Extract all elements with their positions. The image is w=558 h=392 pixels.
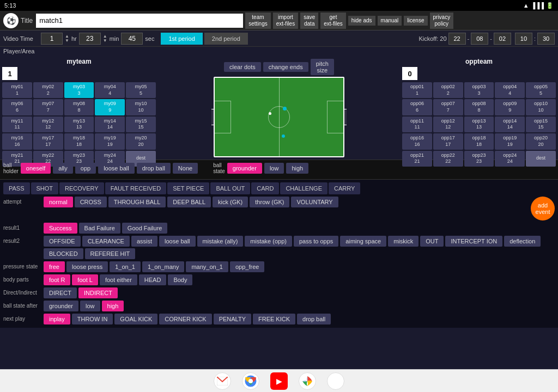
tab-set-piece[interactable]: SET PIECE [167,182,209,194]
ally-button[interactable]: ally [53,163,73,174]
clear-dots-button[interactable]: clear dots [224,62,261,72]
head-button[interactable]: HEAD [139,274,167,285]
player-opp15[interactable]: opp1515 [526,117,556,132]
indirect-button[interactable]: INDIRECT [78,287,118,298]
mistake-opp-button[interactable]: mistake (opp) [245,236,292,247]
drop-ball-next-button[interactable]: drop ball [297,314,331,324]
success-button[interactable]: Success [44,223,77,234]
normal-button[interactable]: normal [44,197,73,207]
min-arrows[interactable]: ▲▼ [103,34,107,43]
direct-button[interactable]: DIRECT [44,287,77,298]
player-opp13[interactable]: opp1313 [464,117,494,132]
player-opp05[interactable]: opp055 [526,82,556,98]
player-my02[interactable]: my022 [33,82,63,98]
player-my04[interactable]: my044 [95,82,125,98]
body-button[interactable]: Body [168,274,192,285]
throw-in-button[interactable]: THROW IN [72,314,113,324]
player-opp09[interactable]: opp099 [495,99,525,115]
player-opp03[interactable]: opp033 [464,82,494,98]
penalty-button[interactable]: PENALTY [214,314,251,324]
player-my06[interactable]: my066 [2,99,32,115]
loose-press-button[interactable]: loose press [66,261,108,272]
player-my15[interactable]: my1515 [126,117,156,132]
player-my16[interactable]: my1616 [2,133,32,149]
player-opp18[interactable]: opp1818 [464,133,494,149]
through-ball-button[interactable]: THROUGH BALL [108,197,166,207]
license-button[interactable]: license [404,16,427,26]
referee-hit-button[interactable]: REFEREE HIT [85,248,136,259]
player-my09[interactable]: my099 [95,99,125,115]
assist-button[interactable]: assist [131,236,157,247]
player-opp22[interactable]: opp2222 [433,151,463,167]
hide-ads-button[interactable]: hide ads [348,16,375,26]
import-files-button[interactable]: import ext-files [273,13,298,29]
player-opp-dest[interactable]: dest [526,151,556,167]
offside-button[interactable]: OFFSIDE [44,236,81,247]
pitch-size-button[interactable]: pitchsize [311,59,334,75]
player-opp19[interactable]: opp1919 [495,133,525,149]
good-failure-button[interactable]: Good Failure [122,223,168,234]
player-my18[interactable]: my1818 [64,133,94,149]
change-ends-button[interactable]: change ends [263,62,308,72]
tab-fault-received[interactable]: FAULT RECEIVED [105,182,167,194]
pass-to-opps-button[interactable]: pass to opps [294,236,338,247]
player-opp11[interactable]: opp1111 [402,117,432,132]
goal-kick-button[interactable]: GOAL KICK [114,314,157,324]
player-my05[interactable]: my055 [126,82,156,98]
deep-ball-button[interactable]: DEEP BALL [167,197,211,207]
player-opp24[interactable]: opp2424 [495,151,525,167]
player-opp17[interactable]: opp1717 [433,133,463,149]
corner-kick-button[interactable]: CORNER KICK [159,314,211,324]
high-button[interactable]: high [286,163,308,174]
tab-recovery[interactable]: RECOVERY [59,182,104,194]
player-opp07[interactable]: opp077 [433,99,463,115]
clearance-button[interactable]: CLEARANCE [82,236,130,247]
period-2-button[interactable]: 2nd period [204,33,248,45]
inplay-button[interactable]: inplay [44,314,70,324]
out-button[interactable]: OUT [420,236,444,247]
low-button[interactable]: low [264,163,284,174]
throw-gk-button[interactable]: throw (GK) [250,197,289,207]
grounder-button[interactable]: grounder [227,163,262,174]
drop-ball-button[interactable]: drop ball [137,163,171,174]
manyon1-button[interactable]: many_on_1 [186,261,228,272]
chrome-icon[interactable] [242,372,259,390]
player-my10[interactable]: my1010 [126,99,156,115]
player-opp02[interactable]: opp022 [433,82,463,98]
player-my20[interactable]: my2020 [126,133,156,149]
player-opp04[interactable]: opp044 [495,82,525,98]
player-opp12[interactable]: opp1212 [433,117,463,132]
player-opp14[interactable]: opp1414 [495,117,525,132]
miskick-button[interactable]: miskick [388,236,418,247]
voluntary-button[interactable]: VOLUNTARY [291,197,338,207]
foot-either-button[interactable]: foot either [100,274,137,285]
tab-shot[interactable]: SHOT [31,182,59,194]
oneself-button[interactable]: oneself [21,163,51,174]
blocked-button[interactable]: BLOCKED [44,248,83,259]
high-after-button[interactable]: high [102,301,124,311]
none-button[interactable]: None [173,163,198,174]
foot-l-button[interactable]: foot L [72,274,98,285]
player-my12[interactable]: my1212 [33,117,63,132]
free-kick-button[interactable]: FREE KICK [253,314,295,324]
player-my19[interactable]: my1919 [95,133,125,149]
kickoff-2[interactable] [471,33,488,45]
free-button[interactable]: free [44,261,65,272]
get-ext-files-button[interactable]: get ext-files [320,13,345,29]
hour-input[interactable] [41,33,63,45]
player-my01[interactable]: my011 [2,82,32,98]
low-after-button[interactable]: low [80,301,100,311]
minute-input[interactable] [79,33,101,45]
privacy-policy-button[interactable]: privacy policy [430,13,454,29]
manual-button[interactable]: manual [378,16,402,26]
cross-button[interactable]: CROSS [75,197,107,207]
kickoff-4[interactable] [515,33,532,45]
team-settings-button[interactable]: team settings [245,13,270,29]
player-my08[interactable]: my088 [64,99,94,115]
player-opp20[interactable]: opp2020 [526,133,556,149]
player-opp21[interactable]: opp2121 [402,151,432,167]
add-event-button[interactable]: addevent [531,197,555,220]
opp-button[interactable]: opp [75,163,96,174]
player-my13[interactable]: my1313 [64,117,94,132]
intercept-button[interactable]: INTERCEPT ION [445,236,502,247]
